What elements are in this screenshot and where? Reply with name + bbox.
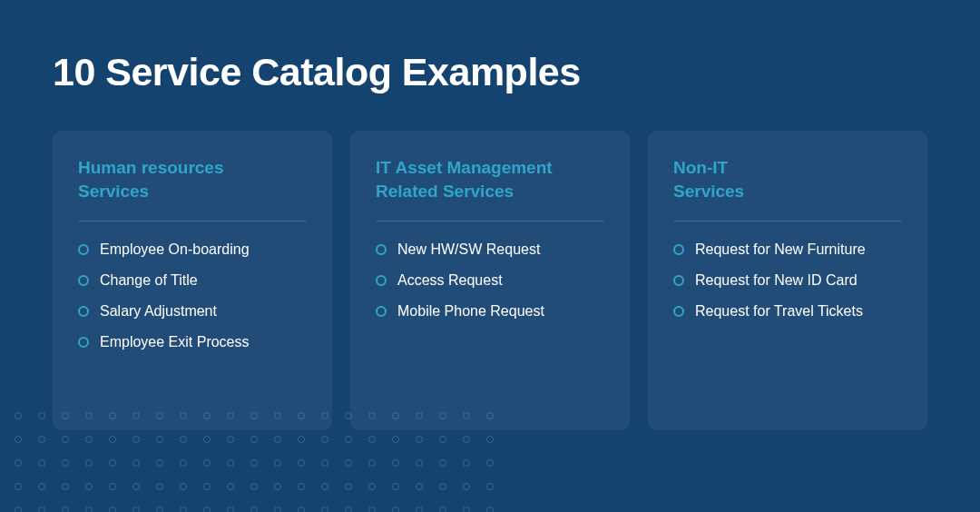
circle-bullet-icon xyxy=(78,275,89,286)
list-item-label: Request for New Furniture xyxy=(695,241,866,258)
card-divider xyxy=(78,221,307,222)
list-item-label: New HW/SW Request xyxy=(397,241,540,258)
circle-bullet-icon xyxy=(376,244,387,255)
card-title: IT Asset Management Related Services xyxy=(376,156,604,202)
list-item: Salary Adjustment xyxy=(78,303,307,320)
list-item-label: Access Request xyxy=(397,272,503,289)
circle-bullet-icon xyxy=(376,275,387,286)
list-item-label: Request for New ID Card xyxy=(695,272,858,289)
list-item-label: Mobile Phone Request xyxy=(397,303,544,320)
card-title: Non-IT Services xyxy=(673,156,902,202)
list-item-label: Employee Exit Process xyxy=(100,334,250,350)
list-item: Request for New Furniture xyxy=(673,241,902,258)
list-item: New HW/SW Request xyxy=(376,241,604,258)
list-item: Request for New ID Card xyxy=(673,272,902,289)
list-item: Employee Exit Process xyxy=(78,334,307,350)
circle-bullet-icon xyxy=(78,337,89,348)
card-non-it-services: Non-IT Services Request for New Furnitur… xyxy=(648,131,927,430)
list-item-label: Change of Title xyxy=(100,272,198,289)
card-it-asset-management: IT Asset Management Related Services New… xyxy=(350,131,630,430)
card-list: Request for New Furniture Request for Ne… xyxy=(673,241,902,320)
circle-bullet-icon xyxy=(673,306,684,317)
card-divider xyxy=(376,221,604,222)
circle-bullet-icon xyxy=(673,275,684,286)
list-item: Access Request xyxy=(376,272,604,289)
list-item: Change of Title xyxy=(78,272,307,289)
circle-bullet-icon xyxy=(78,244,89,255)
circle-bullet-icon xyxy=(78,306,89,317)
list-item: Request for Travel Tickets xyxy=(673,303,902,320)
list-item-label: Salary Adjustment xyxy=(100,303,217,320)
card-divider xyxy=(673,221,902,222)
list-item-label: Request for Travel Tickets xyxy=(695,303,863,320)
circle-bullet-icon xyxy=(673,244,684,255)
list-item: Employee On-boarding xyxy=(78,241,307,258)
card-title: Human resources Services xyxy=(78,156,307,202)
card-human-resources: Human resources Services Employee On-boa… xyxy=(53,131,332,430)
list-item: Mobile Phone Request xyxy=(376,303,604,320)
list-item-label: Employee On-boarding xyxy=(100,241,250,258)
card-list: New HW/SW Request Access Request Mobile … xyxy=(376,241,604,320)
circle-bullet-icon xyxy=(376,306,387,317)
page-title: 10 Service Catalog Examples xyxy=(0,0,980,94)
cards-container: Human resources Services Employee On-boa… xyxy=(0,94,980,430)
card-list: Employee On-boarding Change of Title Sal… xyxy=(78,241,307,350)
